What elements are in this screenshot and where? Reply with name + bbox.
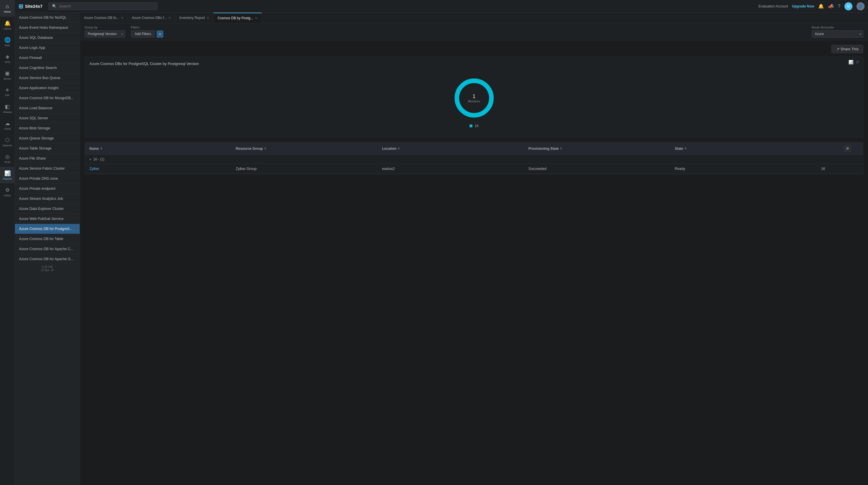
- sidebar-item-sql-database[interactable]: Azure SQL Database: [15, 33, 80, 43]
- help-icon[interactable]: ?: [838, 4, 840, 9]
- nav-item-cloud[interactable]: ☁ Cloud: [0, 117, 15, 133]
- sidebar-item-service-bus[interactable]: Azure Service Bus Queue: [15, 73, 80, 83]
- sidebar-item-cognitive-search[interactable]: Azure Cognitive Search: [15, 63, 80, 73]
- share-button[interactable]: ↗ Share This: [832, 45, 863, 53]
- search-bar[interactable]: 🔍: [48, 2, 158, 10]
- sidebar-item-web-pubsub[interactable]: Azure Web PubSub Service: [15, 214, 80, 224]
- tab-3-close[interactable]: ✕: [207, 16, 209, 20]
- nav-label-k8s: K8s: [5, 94, 10, 97]
- toolbar: Group by Postgresql Version Filters Add …: [80, 23, 868, 40]
- tab-1[interactable]: Azure Cosmos DB fo... ✕: [80, 13, 128, 23]
- nav-item-admin[interactable]: ⚙ Admin: [0, 184, 15, 200]
- sidebar-item-blob-storage[interactable]: Azure Blob Storage: [15, 123, 80, 133]
- sidebar-item-app-insight[interactable]: Azure Application Insight: [15, 83, 80, 93]
- tab-3[interactable]: Inventory Report ✕: [175, 13, 214, 23]
- refresh-icon[interactable]: ↺: [856, 60, 859, 64]
- tab-4-label: Cosmos DB by Postg...: [217, 16, 253, 20]
- share-text: Share This: [840, 47, 859, 51]
- nav-label-server: Server: [3, 77, 11, 80]
- time-display: 4:26 PM22 Apr, 24: [15, 264, 80, 273]
- th-name[interactable]: Name ⇅: [90, 147, 236, 151]
- group-by-select-wrap: Postgresql Version: [85, 30, 125, 38]
- sidebar-item-cosmos-apache-c[interactable]: Azure Cosmos DB for Apache C...: [15, 244, 80, 254]
- filters-label: Filters: [131, 26, 163, 29]
- add-filter-plus-button[interactable]: +: [156, 30, 163, 38]
- user-avatar[interactable]: 👤: [857, 2, 865, 10]
- tab-2[interactable]: Azure Cosmos DBs f... ✕: [128, 13, 175, 23]
- tab-4[interactable]: Cosmos DB by Postg... ✕: [214, 13, 262, 23]
- table-group-row[interactable]: ▾ 16 - (1): [85, 155, 863, 164]
- nav-item-k8s[interactable]: ⎈ K8s: [0, 84, 15, 100]
- add-filters-text: Add Filters: [135, 32, 151, 36]
- tab-4-close[interactable]: ✕: [255, 17, 257, 20]
- sidebar-item-firewall[interactable]: Azure Firewall: [15, 53, 80, 63]
- nav-item-rum[interactable]: ◎ RUM: [0, 150, 15, 167]
- tab-1-close[interactable]: ✕: [121, 16, 123, 20]
- nav-item-apm[interactable]: ◈ APM: [0, 50, 15, 67]
- sidebar-item-cosmos-postgres[interactable]: Azure Cosmos DB for PostgreS...: [15, 224, 80, 234]
- nav-item-server[interactable]: ▣ Server: [0, 67, 15, 84]
- sidebar-item-load-balancer[interactable]: Azure Load Balancer: [15, 103, 80, 113]
- sidebar-item-cosmos-table[interactable]: Azure Cosmos DB for Table: [15, 234, 80, 244]
- sidebar-item-cosmos-mongo[interactable]: Azure Cosmos DB for MongoDB...: [15, 93, 80, 103]
- nav-item-home[interactable]: ⌂ Home: [0, 0, 15, 17]
- eval-text: Evaluation Account: [759, 4, 788, 8]
- tab-2-close[interactable]: ✕: [168, 16, 171, 20]
- app-logo: ⊞ Site24x7: [19, 3, 42, 10]
- report-area: ↗ Share This Azure Cosmos DBs for Postgr…: [80, 40, 868, 485]
- topbar: ⊞ Site24x7 🔍 Evaluation Account Upgrade …: [15, 0, 868, 13]
- td-provisioning-state: Succeeded: [528, 167, 675, 171]
- group-label: 16 - (1): [93, 157, 104, 161]
- expand-icon: ▾: [90, 158, 91, 161]
- search-input[interactable]: [59, 4, 154, 8]
- bar-chart-icon[interactable]: 📊: [848, 60, 853, 64]
- column-settings-icon[interactable]: ⊞: [844, 145, 851, 152]
- sidebar-item-queue-storage[interactable]: Azure Queue Storage: [15, 133, 80, 143]
- th-state[interactable]: State ⇅: [675, 147, 821, 151]
- legend-value: 16: [475, 124, 478, 128]
- nav-item-reports[interactable]: 📊 Reports: [0, 167, 15, 184]
- donut-label: 1 Monitors: [468, 93, 480, 103]
- main-content: Azure Cosmos DB fo... ✕ Azure Cosmos DBs…: [80, 13, 868, 485]
- azure-accounts-group: Azure Accounts Azure: [812, 26, 863, 38]
- sort-resource-icon: ⇅: [264, 147, 267, 150]
- nav-item-vmware[interactable]: ◧ VMware: [0, 100, 15, 117]
- td-count: 16: [821, 167, 844, 171]
- nav-item-web[interactable]: 🌐 Web: [0, 33, 15, 50]
- group-by-select[interactable]: Postgresql Version: [85, 30, 125, 38]
- alarms-icon: 🔔: [4, 20, 11, 27]
- group-by-label: Group by: [85, 26, 125, 29]
- sidebar-item-logic-app[interactable]: Azure Logic App: [15, 43, 80, 53]
- sidebar-item-service-fabric[interactable]: Azure Service Fabric Cluster: [15, 164, 80, 174]
- search-icon: 🔍: [52, 4, 57, 8]
- nav-item-alarms[interactable]: 🔔 Alarms: [0, 17, 15, 33]
- sidebar-item-private-dns[interactable]: Azure Private DNS zone: [15, 174, 80, 184]
- sidebar-item-data-explorer[interactable]: Azure Data Explorer Cluster: [15, 204, 80, 214]
- share-btn-wrap: ↗ Share This: [85, 45, 863, 53]
- th-resource-group[interactable]: Resource Group ⇅: [236, 147, 382, 151]
- bell-icon[interactable]: 🔔: [818, 3, 824, 9]
- nav-item-network[interactable]: ⬡ Network: [0, 133, 15, 150]
- sort-provisioning-icon: ⇅: [560, 147, 562, 150]
- nav-label-reports: Reports: [3, 177, 12, 180]
- th-provisioning-state[interactable]: Provisioning State ⇅: [528, 147, 675, 151]
- sidebar-item-stream-analytics[interactable]: Azure Stream Analytics Job: [15, 194, 80, 204]
- announcement-icon[interactable]: 📣: [828, 3, 834, 9]
- sidebar-item-sql-server[interactable]: Azure SQL Server: [15, 113, 80, 123]
- donut-count: 1: [468, 93, 480, 99]
- add-filters-button[interactable]: Add Filters: [131, 30, 155, 38]
- avatar[interactable]: U: [844, 2, 852, 10]
- chart-title: Azure Cosmos DBs for PostgreSQL Cluster …: [90, 62, 859, 66]
- sidebar-item-file-share[interactable]: Azure File Share: [15, 154, 80, 164]
- td-name: Zylker: [90, 167, 236, 171]
- sidebar-item-private-endpoint[interactable]: Azure Private endpoint: [15, 184, 80, 194]
- app-name: Site24x7: [25, 4, 42, 9]
- azure-accounts-select[interactable]: Azure: [812, 30, 863, 38]
- sidebar-item-cosmos-apache-g[interactable]: Azure Cosmos DB for Apache G...: [15, 254, 80, 264]
- upgrade-link[interactable]: Upgrade Now: [792, 4, 814, 8]
- table-row[interactable]: Zylker Zylker Group eastus2 Succeeded Re…: [85, 164, 863, 174]
- sidebar-item-table-storage[interactable]: Azure Table Storage: [15, 143, 80, 154]
- sidebar-item-event-hubs[interactable]: Azure Event Hubs Namespace: [15, 23, 80, 33]
- th-location[interactable]: Location ⇅: [382, 147, 528, 151]
- sidebar-item-cosmos-nosql[interactable]: Azure Cosmos DB for NoSQL: [15, 13, 80, 23]
